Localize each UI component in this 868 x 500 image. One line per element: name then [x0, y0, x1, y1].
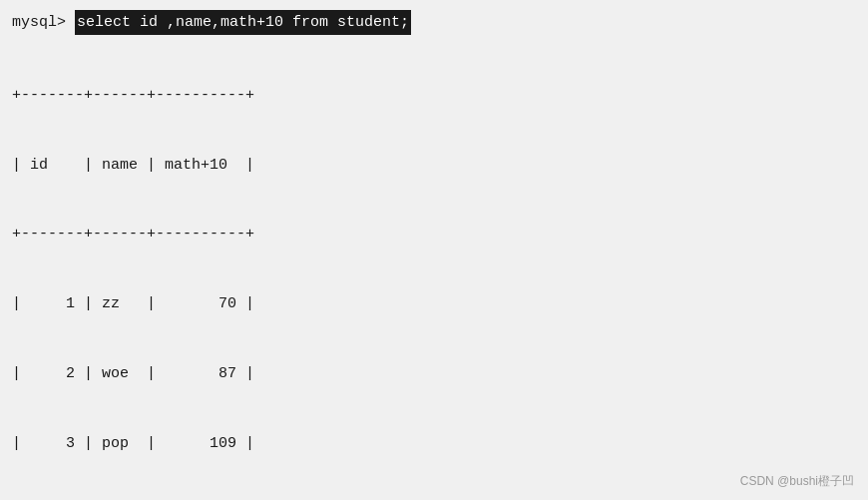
query1-border-top: +-------+------+----------+: [12, 84, 856, 107]
command1: select id ,name,math+10 from student;: [75, 10, 411, 35]
query1-header: | id | name | math+10 |: [12, 154, 856, 177]
query1-border-mid: +-------+------+----------+: [12, 223, 856, 246]
query1-row-3: | 3 | pop | 109 |: [12, 432, 856, 455]
query1-row-2: | 2 | woe | 87 |: [12, 362, 856, 385]
terminal: mysql> select id ,name,math+10 from stud…: [0, 0, 868, 500]
watermark: CSDN @bushi橙子凹: [740, 473, 854, 490]
query1-table: +-------+------+----------+ | id | name …: [12, 37, 856, 500]
query1-prompt-line: mysql> select id ,name,math+10 from stud…: [12, 10, 856, 35]
prompt1: mysql>: [12, 11, 75, 34]
query1-row-1: | 1 | zz | 70 |: [12, 292, 856, 315]
